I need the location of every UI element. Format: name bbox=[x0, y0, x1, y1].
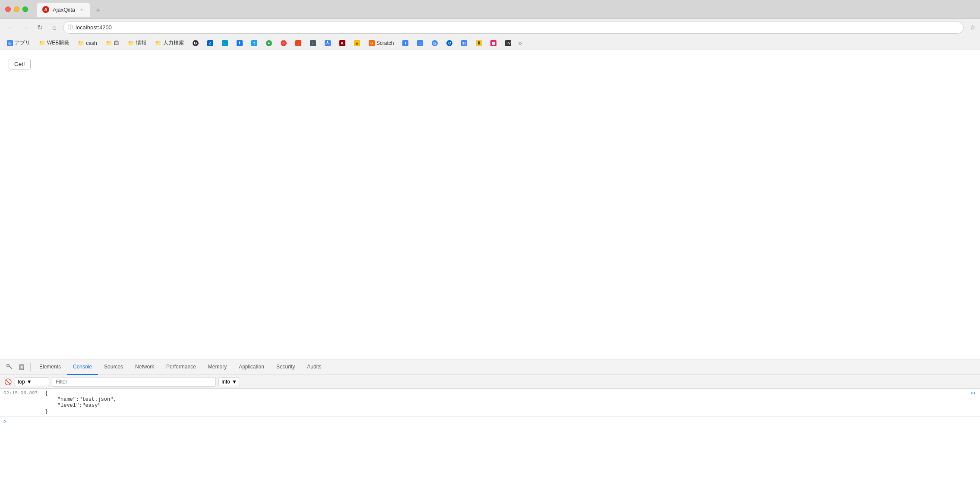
bookmark-green[interactable]: ● bbox=[262, 39, 275, 47]
new-tab-button[interactable]: + bbox=[92, 5, 104, 17]
console-log-entry: 02:15:06.897 { "name":"test.json", "leve… bbox=[0, 389, 980, 417]
tab-title: AjaxQiita bbox=[53, 6, 75, 13]
bookmark-13[interactable]: 13 bbox=[458, 39, 471, 47]
devtools-toolbar: Elements Console Sources Network Perform… bbox=[0, 359, 980, 375]
toolbar-separator bbox=[30, 363, 31, 371]
maximize-button[interactable] bbox=[22, 6, 28, 12]
bookmark-search[interactable]: 📁 人力検索 bbox=[152, 38, 187, 48]
twitter-icon: t bbox=[251, 40, 257, 46]
bookmark-github[interactable]: G bbox=[189, 39, 202, 47]
bookmark-history[interactable]: ◷ bbox=[428, 39, 441, 47]
bookmark-apps[interactable]: ⊞ アプリ bbox=[3, 38, 34, 48]
bookmark-apps-label: アプリ bbox=[15, 39, 30, 47]
bookmark-people[interactable]: 人 bbox=[321, 39, 334, 47]
log-source[interactable]: ar bbox=[967, 390, 980, 396]
tab-close-button[interactable]: × bbox=[79, 6, 85, 13]
bookmark-drive[interactable]: ▲ bbox=[351, 39, 364, 47]
cal-icon: 13 bbox=[461, 40, 467, 46]
get-button[interactable]: Get! bbox=[9, 59, 31, 69]
bookmark-cast[interactable]: □ bbox=[414, 39, 427, 47]
console-caret: > bbox=[3, 419, 6, 425]
address-bar[interactable]: ⓘ localhost:4200 bbox=[63, 22, 964, 34]
bookmarks-more-button[interactable]: » bbox=[518, 39, 522, 47]
bookmark-c[interactable]: C bbox=[443, 39, 456, 47]
close-button[interactable] bbox=[5, 6, 11, 12]
scratch-icon: S bbox=[369, 40, 375, 46]
download1-icon: ↓ bbox=[295, 40, 301, 46]
tab-elements[interactable]: Elements bbox=[33, 359, 67, 375]
bookmark-webdev[interactable]: 📁 WEB開発 bbox=[35, 38, 73, 48]
bookmark-li[interactable]: li bbox=[472, 39, 485, 47]
bookmark-scratch[interactable]: S Scratch bbox=[365, 39, 398, 47]
bookmark-music[interactable]: 📁 曲 bbox=[102, 38, 123, 48]
bookmark-star-button[interactable]: ☆ bbox=[970, 23, 976, 31]
bookmark-zii[interactable]: Z bbox=[204, 39, 217, 47]
bookmark-square[interactable]: □ bbox=[218, 39, 231, 47]
context-dropdown-icon: ▼ bbox=[27, 379, 32, 385]
log-timestamp: 02:15:06.897 bbox=[0, 390, 43, 396]
facebook-icon: f bbox=[237, 40, 243, 46]
bookmark-download1[interactable]: ↓ bbox=[292, 39, 305, 47]
folder-icon: 📁 bbox=[155, 40, 161, 46]
tab-sources[interactable]: Sources bbox=[98, 359, 129, 375]
square-icon: □ bbox=[222, 40, 228, 46]
clear-console-button[interactable]: 🚫 bbox=[3, 377, 12, 386]
cast-icon: □ bbox=[417, 40, 423, 46]
traffic-lights bbox=[5, 6, 28, 12]
k-icon: K bbox=[339, 40, 345, 46]
folder-icon: 📁 bbox=[39, 40, 45, 46]
filter-input[interactable] bbox=[52, 377, 216, 387]
tab-console[interactable]: Console bbox=[67, 359, 98, 375]
bookmark-info[interactable]: 📁 情報 bbox=[124, 38, 150, 48]
bookmark-k[interactable]: K bbox=[336, 39, 349, 47]
tab-favicon: A bbox=[42, 6, 49, 13]
tab-application[interactable]: Application bbox=[233, 359, 270, 375]
minimize-button[interactable] bbox=[14, 6, 19, 12]
active-tab[interactable]: A AjaxQiita × bbox=[37, 2, 90, 17]
log-level-dropdown-icon: ▼ bbox=[232, 379, 237, 385]
bookmark-grid[interactable]: ▦ bbox=[487, 39, 500, 47]
red-icon: ○ bbox=[281, 40, 287, 46]
console-toolbar: 🚫 top ▼ Info ▼ bbox=[0, 375, 980, 389]
download2-icon: ↓ bbox=[310, 40, 316, 46]
inspect-element-button[interactable] bbox=[3, 361, 16, 373]
svg-rect-3 bbox=[20, 365, 23, 368]
svg-line-1 bbox=[9, 366, 12, 369]
bookmark-red[interactable]: ○ bbox=[277, 39, 290, 47]
console-content: 02:15:06.897 { "name":"test.json", "leve… bbox=[0, 389, 980, 497]
reload-button[interactable]: ↻ bbox=[34, 22, 46, 34]
bookmarks-bar: ⊞ アプリ 📁 WEB開発 📁 cash 📁 曲 📁 情報 📁 人力検索 G Z… bbox=[0, 36, 980, 50]
log-level-selector[interactable]: Info ▼ bbox=[218, 377, 240, 386]
bookmark-translate[interactable]: T bbox=[399, 39, 412, 47]
tab-security[interactable]: Security bbox=[270, 359, 301, 375]
tab-network[interactable]: Network bbox=[129, 359, 160, 375]
security-icon: ⓘ bbox=[68, 24, 73, 31]
console-input[interactable] bbox=[9, 419, 977, 425]
tab-performance[interactable]: Performance bbox=[160, 359, 202, 375]
tab-memory[interactable]: Memory bbox=[202, 359, 233, 375]
bookmark-music-label: 曲 bbox=[114, 39, 119, 47]
mobile-toggle-button[interactable] bbox=[16, 361, 28, 373]
bookmark-cash-label: cash bbox=[86, 40, 97, 46]
c-icon: C bbox=[446, 40, 452, 46]
context-selector[interactable]: top ▼ bbox=[15, 377, 49, 386]
folder-icon: 📁 bbox=[78, 40, 84, 46]
nav-bar: ← → ↻ ⌂ ⓘ localhost:4200 ☆ bbox=[0, 19, 980, 36]
bookmark-twitter[interactable]: t bbox=[248, 39, 261, 47]
home-button[interactable]: ⌂ bbox=[48, 22, 60, 34]
log-level-label: Info bbox=[221, 379, 230, 385]
forward-button[interactable]: → bbox=[19, 22, 31, 34]
back-button[interactable]: ← bbox=[4, 22, 16, 34]
devtools-panel: Elements Console Sources Network Perform… bbox=[0, 359, 980, 497]
folder-icon: 📁 bbox=[106, 40, 112, 46]
bookmark-cash[interactable]: 📁 cash bbox=[74, 39, 100, 47]
bookmark-webdev-label: WEB開発 bbox=[47, 39, 69, 47]
tab-audits[interactable]: Audits bbox=[301, 359, 327, 375]
bookmark-download2[interactable]: ↓ bbox=[307, 39, 319, 47]
li-icon: li bbox=[476, 40, 482, 46]
svg-rect-0 bbox=[7, 365, 9, 367]
drive-icon: ▲ bbox=[354, 40, 360, 46]
bookmark-facebook[interactable]: f bbox=[233, 39, 246, 47]
bookmark-tv[interactable]: TV bbox=[502, 39, 515, 47]
translate-icon: T bbox=[402, 40, 408, 46]
